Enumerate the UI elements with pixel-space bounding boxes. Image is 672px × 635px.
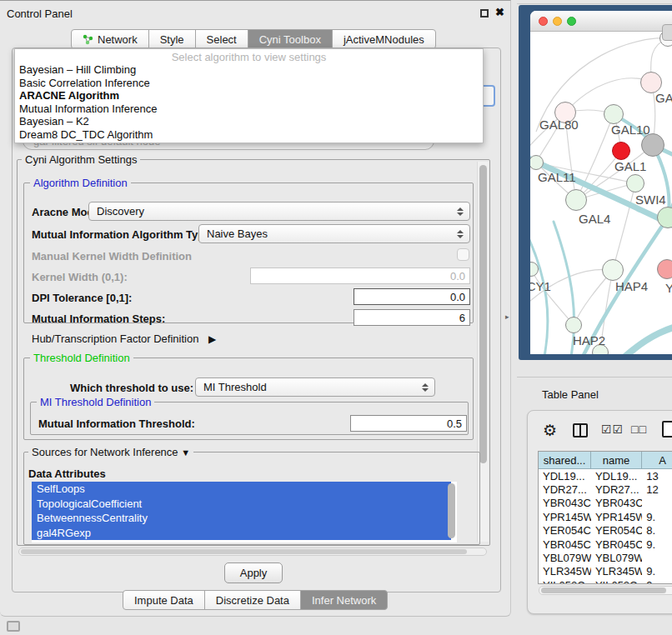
table-row[interactable]: YPR145WYPR145W9.	[539, 510, 672, 523]
deselect-all-checkboxes-icon[interactable]: □□	[631, 422, 647, 436]
tab-jactivemnodules[interactable]: jActiveMNodules	[332, 29, 436, 49]
apply-button[interactable]: Apply	[224, 562, 283, 583]
apply-label: Apply	[240, 567, 268, 579]
dropdown-item-selected[interactable]: ARACNE Algorithm	[19, 89, 119, 102]
network-node-selected-red[interactable]	[612, 142, 630, 160]
dropdown-item[interactable]: Basic Correlation Inference	[19, 77, 150, 89]
cell: YLR345W	[539, 565, 591, 578]
which-threshold-combo[interactable]: MI Threshold	[195, 378, 435, 397]
node-table: shared... name A YDL19...YDL19...13 YDR2…	[538, 451, 672, 584]
cell: YBR045C	[591, 538, 642, 551]
dropdown-item[interactable]: Bayesian – K2	[19, 115, 89, 128]
tab-network[interactable]: Network	[71, 29, 149, 49]
settings-hscrollbar-thumb[interactable]	[21, 549, 467, 554]
select-all-checkboxes-icon[interactable]: ☑☑	[601, 422, 624, 436]
dropdown-item[interactable]: Bayesian – Hill Climbing	[19, 63, 136, 76]
network-window-titlebar[interactable]	[530, 11, 672, 32]
dpi-tolerance-value: 0.0	[450, 291, 465, 303]
list-item[interactable]: gal4RGexp	[32, 526, 451, 541]
cell: 9.	[642, 511, 672, 523]
column-header[interactable]: A	[642, 452, 672, 469]
network-canvas[interactable]: GAL GAL80 GAL10 GAL1 GAL11 SWI4 GAL4 GCY…	[530, 32, 672, 354]
minimize-window-icon[interactable]	[553, 17, 562, 26]
hub-definition-label: Hub/Transcription Factor Definition	[32, 332, 198, 345]
list-item[interactable]: SelfLoops	[32, 482, 451, 497]
float-window-button[interactable]	[480, 9, 489, 18]
split-columns-icon[interactable]	[573, 423, 588, 438]
cell: 12	[642, 483, 672, 496]
table-panel: ⚙ ☑☑ □□ shared... name A YDL19...YDL19..…	[527, 410, 672, 614]
dpi-tolerance-label: DPI Tolerance [0,1]:	[32, 292, 132, 304]
network-node[interactable]	[565, 317, 582, 333]
tab-label: Infer Network	[312, 594, 376, 607]
mi-steps-field[interactable]: 6	[354, 309, 470, 326]
settings-hscrollbar-track[interactable]	[18, 548, 487, 556]
manual-kernel-checkbox[interactable]	[457, 248, 469, 261]
network-node[interactable]	[641, 133, 664, 157]
collapsed-panel-icon[interactable]	[7, 621, 20, 632]
table-row[interactable]: YLR345WYLR345W9.	[539, 565, 672, 578]
dropdown-item[interactable]: Mutual Information Inference	[19, 102, 157, 115]
column-header[interactable]: name	[591, 452, 642, 469]
chevron-down-icon: ▼	[181, 448, 190, 458]
combo-stepper-icon	[422, 383, 429, 392]
tab-discretize-data[interactable]: Discretize Data	[204, 590, 301, 610]
table-row[interactable]: YDL19...YDL19...13	[539, 469, 672, 482]
list-scrollbar-thumb[interactable]	[448, 483, 455, 538]
network-node[interactable]	[602, 259, 624, 281]
splitter-handle-icon[interactable]: ▸	[505, 312, 509, 321]
aracne-mode-value: Discovery	[97, 205, 144, 218]
network-node[interactable]	[657, 259, 672, 279]
cell: YER054C	[539, 524, 591, 537]
table-hscrollbar-track[interactable]	[539, 586, 672, 595]
mi-type-combo[interactable]: Naive Bayes	[198, 224, 470, 243]
algorithm-dropdown-list: Select algorithm to view settings Bayesi…	[14, 48, 484, 143]
cell: YDL19...	[539, 470, 591, 482]
tab-select[interactable]: Select	[195, 29, 248, 49]
close-window-icon[interactable]	[539, 17, 548, 26]
network-node[interactable]	[565, 189, 587, 211]
table-row[interactable]: YDR27...YDR27...12	[539, 482, 672, 496]
screen: Control Panel ✖ Network Style Select Cyn…	[0, 0, 672, 635]
node-label: GAL	[655, 91, 672, 105]
tab-cyni-toolbox[interactable]: Cyni Toolbox	[248, 29, 333, 49]
table-header-row: shared... name A	[539, 452, 672, 469]
tab-infer-network[interactable]: Infer Network	[300, 590, 388, 610]
sources-toggle[interactable]: Sources for Network Inference ▼	[28, 446, 193, 458]
aracne-mode-combo[interactable]: Discovery	[88, 202, 470, 221]
list-item[interactable]: BetweennessCentrality	[32, 511, 451, 526]
network-window[interactable]: GAL GAL80 GAL10 GAL1 GAL11 SWI4 GAL4 GCY…	[530, 11, 672, 354]
table-row[interactable]: YER054CYER054C8.	[539, 524, 672, 538]
settings-scrollbar-thumb[interactable]	[479, 165, 487, 463]
tab-label: Impute Data	[134, 594, 193, 607]
table-hscrollbar-thumb[interactable]	[541, 588, 666, 593]
column-header[interactable]: shared...	[539, 452, 591, 469]
bottom-tab-bar: Impute Data Discretize Data Infer Networ…	[123, 590, 388, 610]
hub-definition-toggle[interactable]: Hub/Transcription Factor Definition ▶	[32, 332, 216, 345]
dropdown-item[interactable]: Dream8 DC_TDC Algorithm	[19, 128, 153, 141]
table-row[interactable]: YBL079WYBL079W	[539, 551, 672, 564]
maximize-window-icon[interactable]	[567, 17, 576, 26]
close-panel-button[interactable]: ✖	[495, 6, 504, 18]
kernel-width-value: 0.0	[450, 270, 465, 282]
dpi-tolerance-field[interactable]: 0.0	[354, 288, 470, 305]
mi-threshold-field[interactable]: 0.5	[350, 415, 467, 432]
list-item[interactable]: TopologicalCoefficient	[32, 497, 451, 512]
tab-style[interactable]: Style	[148, 29, 196, 49]
kernel-width-field[interactable]: 0.0	[250, 268, 470, 284]
table-row[interactable]: YIL052CYIL052C9	[539, 578, 672, 584]
tab-impute-data[interactable]: Impute Data	[123, 590, 205, 610]
table-row[interactable]: YBR045CYBR045C9.	[539, 538, 672, 551]
mi-type-label: Mutual Information Algorithm Type:	[32, 228, 214, 241]
table-row[interactable]: YBR043CYBR043C	[539, 497, 672, 510]
network-node[interactable]	[626, 174, 644, 192]
tab-label: Discretize Data	[216, 594, 289, 607]
gear-icon[interactable]: ⚙	[543, 421, 557, 440]
window-control-partial[interactable]	[662, 24, 672, 41]
network-node[interactable]	[604, 104, 624, 124]
data-attributes-label: Data Attributes	[28, 468, 106, 480]
group-title: Cyni Algorithm Settings	[22, 153, 140, 166]
export-table-icon[interactable]	[662, 421, 672, 438]
cell: 9.	[642, 538, 672, 551]
cell: YBR045C	[539, 538, 591, 551]
